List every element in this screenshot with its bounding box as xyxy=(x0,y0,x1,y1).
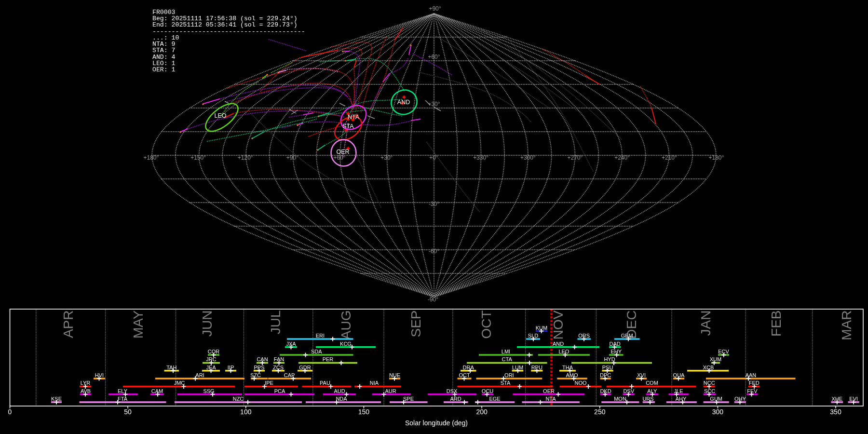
svg-text:SLD: SLD xyxy=(528,333,538,339)
svg-text:AHY: AHY xyxy=(676,396,687,402)
svg-text:+210°: +210° xyxy=(662,154,677,161)
svg-text:300: 300 xyxy=(712,408,724,416)
svg-text:DPC: DPC xyxy=(600,372,611,378)
svg-text:+30°: +30° xyxy=(380,154,393,161)
svg-text:CAP: CAP xyxy=(284,372,295,378)
svg-text:APR: APR xyxy=(61,311,76,339)
svg-text:+180°: +180° xyxy=(708,154,724,161)
svg-text:OER: 1: OER: 1 xyxy=(152,66,176,73)
svg-text:CAN: CAN xyxy=(257,356,268,362)
svg-text:LMI: LMI xyxy=(502,349,510,354)
svg-text:+0°: +0° xyxy=(429,154,438,161)
svg-text:+180°: +180° xyxy=(143,154,159,161)
svg-text:DRA: DRA xyxy=(463,365,475,370)
svg-text:FAN: FAN xyxy=(274,356,284,362)
svg-text:+90°: +90° xyxy=(429,5,441,12)
svg-text:HYD: HYD xyxy=(604,356,615,362)
svg-text:COM: COM xyxy=(646,380,658,386)
svg-text:ALY: ALY xyxy=(647,388,657,394)
svg-text:MON: MON xyxy=(614,396,626,402)
svg-text:NUE: NUE xyxy=(389,372,400,378)
svg-text:ORI: ORI xyxy=(504,372,514,378)
svg-text:COR: COR xyxy=(208,349,220,354)
svg-text:KUM: KUM xyxy=(536,325,547,331)
svg-text:AAN: AAN xyxy=(746,372,757,378)
svg-text:GDR: GDR xyxy=(299,365,311,370)
svg-text:AUG: AUG xyxy=(339,311,353,340)
svg-text:+90°: +90° xyxy=(286,154,298,161)
svg-text:JAN: JAN xyxy=(698,311,713,336)
svg-text:EHY: EHY xyxy=(610,349,622,354)
svg-text:XCB: XCB xyxy=(703,365,714,370)
svg-text:NCC: NCC xyxy=(704,380,715,386)
svg-text:JRC: JRC xyxy=(206,356,216,362)
svg-text:KCG: KCG xyxy=(340,341,352,347)
svg-text:JUL: JUL xyxy=(268,311,283,335)
svg-text:+240°: +240° xyxy=(614,154,630,161)
svg-text:MAR: MAR xyxy=(839,311,854,340)
svg-text:JXA: JXA xyxy=(286,341,296,347)
svg-text:THA: THA xyxy=(562,365,573,370)
svg-text:AND: AND xyxy=(553,341,564,347)
svg-text:SSG: SSG xyxy=(203,388,214,394)
svg-text:+150°: +150° xyxy=(190,154,206,161)
svg-text:JMC: JMC xyxy=(174,380,185,386)
svg-text:FTA: FTA xyxy=(118,396,128,402)
svg-text:+60°: +60° xyxy=(428,54,440,60)
svg-text:250: 250 xyxy=(594,408,606,416)
svg-text:150: 150 xyxy=(358,408,370,416)
svg-text:GEM: GEM xyxy=(621,333,633,339)
svg-text:JEA: JEA xyxy=(206,365,216,370)
svg-text:+330°: +330° xyxy=(473,154,488,161)
svg-text:XUM: XUM xyxy=(710,356,721,362)
svg-text:SCC: SCC xyxy=(704,388,715,394)
svg-text:350: 350 xyxy=(830,408,841,416)
svg-text:SZC: SZC xyxy=(250,372,261,378)
svg-text:200: 200 xyxy=(476,408,488,416)
svg-text:DAD: DAD xyxy=(610,341,621,347)
svg-text:OCU: OCU xyxy=(482,388,494,394)
svg-text:NDA: NDA xyxy=(336,396,347,402)
svg-text:AUD: AUD xyxy=(334,388,345,394)
svg-text:ORS: ORS xyxy=(578,333,590,339)
svg-text:FEB: FEB xyxy=(769,311,784,337)
svg-text:XHE: XHE xyxy=(831,396,842,402)
svg-text:QUA: QUA xyxy=(673,372,685,378)
svg-text:0: 0 xyxy=(8,408,12,416)
svg-text:NZC: NZC xyxy=(233,396,244,402)
svg-text:ECV: ECV xyxy=(718,349,729,354)
svg-text:RPU: RPU xyxy=(531,365,542,370)
svg-text:LEO: LEO xyxy=(214,112,226,119)
svg-text:LYR: LYR xyxy=(81,380,91,386)
svg-text:50: 50 xyxy=(124,408,132,416)
svg-text:OHY: OHY xyxy=(734,396,746,402)
svg-text:PCA: PCA xyxy=(274,388,285,394)
svg-text:-30°: -30° xyxy=(429,201,439,207)
svg-text:+30°: +30° xyxy=(428,101,440,108)
svg-text:OCT: OCT xyxy=(479,311,494,339)
svg-text:NTA: NTA xyxy=(545,396,556,402)
svg-text:+300°: +300° xyxy=(520,154,536,161)
svg-text:+120°: +120° xyxy=(238,154,253,161)
svg-text:XVI: XVI xyxy=(637,372,646,378)
svg-text:OER: OER xyxy=(336,149,349,155)
svg-text:NOV: NOV xyxy=(551,310,566,339)
svg-text:SDA: SDA xyxy=(311,349,322,354)
svg-text:AVB: AVB xyxy=(81,388,91,394)
svg-text:OCT: OCT xyxy=(459,372,470,378)
svg-text:ARI: ARI xyxy=(195,372,204,378)
svg-text:EGE: EGE xyxy=(489,396,500,402)
svg-text:LEO: LEO xyxy=(558,349,569,354)
svg-text:+270°: +270° xyxy=(567,154,583,161)
svg-text:-60°: -60° xyxy=(429,248,439,255)
svg-text:SEP: SEP xyxy=(408,311,423,338)
svg-text:ELY: ELY xyxy=(118,388,128,394)
svg-text:Solar longitude (deg): Solar longitude (deg) xyxy=(405,419,468,427)
svg-text:DSX: DSX xyxy=(447,388,458,394)
svg-text:FED: FED xyxy=(749,380,760,386)
svg-text:STA: STA xyxy=(501,380,511,386)
svg-text:GUM: GUM xyxy=(710,396,722,402)
svg-text:OER: OER xyxy=(543,388,555,394)
svg-text:FEV: FEV xyxy=(747,388,758,394)
svg-text:LUM: LUM xyxy=(512,365,523,370)
